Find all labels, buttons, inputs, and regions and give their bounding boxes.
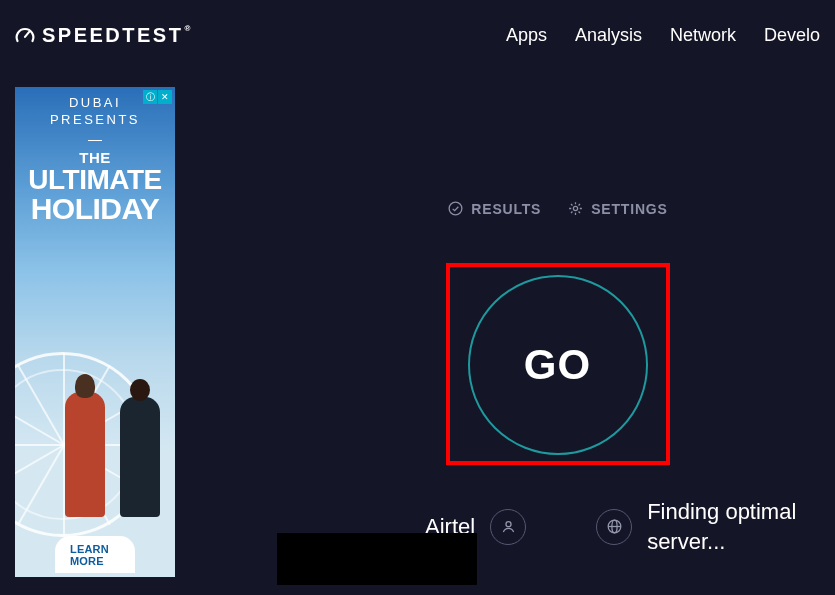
results-link[interactable]: RESULTS <box>447 200 541 217</box>
sidebar-ad[interactable]: ⓘ ✕ DUBAIPRESENTS — THE ULTIMATE HOLIDAY… <box>15 87 175 577</box>
speedtest-gauge-icon <box>15 26 35 46</box>
svg-point-3 <box>506 522 511 527</box>
svg-line-0 <box>25 31 29 36</box>
header: SPEEDTEST® Apps Analysis Network Develo <box>0 0 835 67</box>
go-button[interactable]: GO <box>468 275 648 455</box>
ad-cta-button[interactable]: LEARN MORE <box>55 536 135 573</box>
gear-icon <box>567 200 584 217</box>
results-label: RESULTS <box>471 201 541 217</box>
ad-close-icon[interactable]: ✕ <box>158 90 172 104</box>
brand-name: SPEEDTEST® <box>42 24 193 47</box>
ad-headline: DUBAIPRESENTS — THE ULTIMATE HOLIDAY <box>15 87 175 224</box>
ad-people-graphic <box>65 387 160 517</box>
user-icon[interactable] <box>490 509 526 545</box>
server-status: Finding optimalserver... <box>647 497 796 556</box>
nav-apps[interactable]: Apps <box>506 25 547 46</box>
checkmark-circle-icon <box>447 200 464 217</box>
svg-point-1 <box>449 202 462 215</box>
go-button-wrap: GO <box>280 263 835 465</box>
nav-analysis[interactable]: Analysis <box>575 25 642 46</box>
nav-network[interactable]: Network <box>670 25 736 46</box>
main-panel: RESULTS SETTINGS GO Airtel Finding optim… <box>200 90 835 556</box>
go-highlight-box: GO <box>446 263 670 465</box>
sub-nav: RESULTS SETTINGS <box>280 200 835 217</box>
settings-label: SETTINGS <box>591 201 667 217</box>
svg-point-2 <box>574 206 578 210</box>
ad-controls: ⓘ ✕ <box>143 90 172 104</box>
ad-info-icon[interactable]: ⓘ <box>143 90 157 104</box>
globe-icon[interactable] <box>596 509 632 545</box>
brand-logo[interactable]: SPEEDTEST® <box>15 24 193 47</box>
go-label: GO <box>524 341 591 389</box>
nav-developers[interactable]: Develo <box>764 25 820 46</box>
connection-row: Airtel Finding optimalserver... <box>425 497 835 556</box>
settings-link[interactable]: SETTINGS <box>567 200 667 217</box>
redacted-box <box>277 533 477 585</box>
top-nav: Apps Analysis Network Develo <box>506 25 820 46</box>
